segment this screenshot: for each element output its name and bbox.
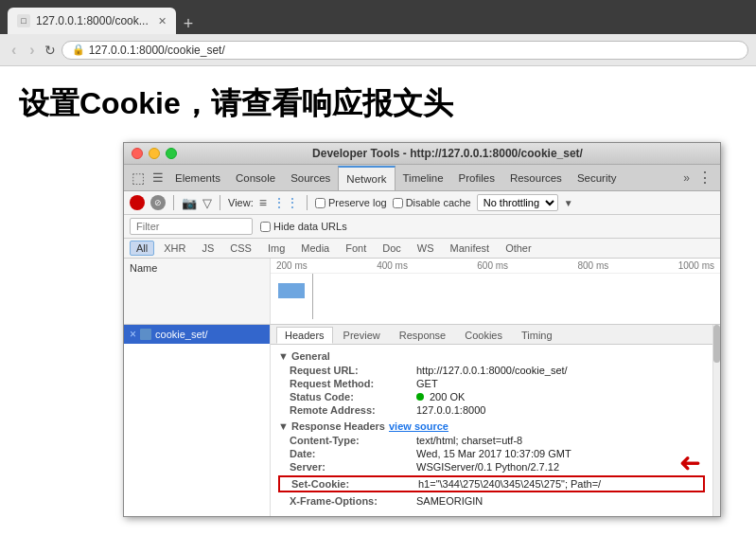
date-key: Date: <box>290 448 413 459</box>
request-url-key: Request URL: <box>290 365 413 376</box>
devtools-menu-button[interactable]: ⋮ <box>694 165 716 190</box>
server-row: Server: WSGIServer/0.1 Python/2.7.12 <box>278 460 705 474</box>
detail-tab-timing[interactable]: Timing <box>513 327 561 344</box>
server-key: Server: <box>290 461 413 473</box>
type-filter-bar: All XHR JS CSS Img Media Font Doc WS Man… <box>124 239 720 259</box>
toolbar-separator3 <box>307 195 308 210</box>
type-filter-manifest[interactable]: Manifest <box>444 241 497 256</box>
timeline-ruler: 200 ms 400 ms 600 ms 800 ms 1000 ms <box>271 259 720 274</box>
record-button[interactable] <box>130 195 145 210</box>
toolbar-separator <box>173 195 174 210</box>
inspect-icon-button[interactable]: ⬚ <box>128 165 149 190</box>
tab-profiles[interactable]: Profiles <box>451 165 502 190</box>
url-text: 127.0.0.1:8000/cookie_set/ <box>89 44 225 57</box>
view-list-button[interactable]: ≡ <box>259 195 267 210</box>
timeline-graph: 200 ms 400 ms 600 ms 800 ms 1000 ms <box>271 259 720 324</box>
devtools-body: × cookie_set/ Headers Preview Response C… <box>124 325 720 516</box>
disable-cache-label[interactable]: Disable cache <box>393 197 471 208</box>
browser-tab-active[interactable]: □ 127.0.0.1:8000/cook... ✕ <box>8 8 176 34</box>
throttle-select[interactable]: No throttling <box>477 194 558 211</box>
server-val: WSGIServer/0.1 Python/2.7.12 <box>416 461 559 473</box>
set-cookie-row: Set-Cookie: h1="\344\275\240\345\245\275… <box>278 475 705 492</box>
tab-network[interactable]: Network <box>338 166 395 190</box>
tab-resources[interactable]: Resources <box>502 165 570 190</box>
forward-button[interactable]: › <box>26 42 38 59</box>
request-url-val: http://127.0.0.1:8000/cookie_set/ <box>416 365 568 376</box>
view-source-link[interactable]: view source <box>389 420 448 432</box>
request-method-key: Request Method: <box>290 378 413 389</box>
content-type-val: text/html; charset=utf-8 <box>416 435 522 446</box>
more-tabs-button[interactable]: » <box>679 165 694 190</box>
name-panel-row[interactable]: × cookie_set/ <box>124 325 270 344</box>
timeline-area: Name 200 ms 400 ms 600 ms 800 ms 1000 ms <box>124 259 720 325</box>
type-filter-css[interactable]: CSS <box>223 241 258 256</box>
hide-data-urls-checkbox[interactable] <box>260 222 271 232</box>
preserve-log-label[interactable]: Preserve log <box>315 197 387 208</box>
type-filter-js[interactable]: JS <box>195 241 220 256</box>
browser-chrome: □ 127.0.0.1:8000/cook... ✕ + <box>0 0 756 34</box>
detail-tab-cookies[interactable]: Cookies <box>456 327 511 344</box>
status-dot <box>416 393 424 401</box>
detail-tab-response[interactable]: Response <box>391 327 455 344</box>
request-method-row: Request Method: GET <box>278 377 705 390</box>
page-title: 设置Cookie，请查看响应报文头 <box>19 83 737 125</box>
timeline-track <box>271 274 720 319</box>
status-code-row: Status Code: 200 OK <box>278 390 705 403</box>
scrollbar-thumb[interactable] <box>713 325 720 363</box>
close-button[interactable] <box>132 148 143 159</box>
remote-address-row: Remote Address: 127.0.0.1:8000 <box>278 403 705 417</box>
timeline-vline <box>312 274 313 319</box>
camera-button[interactable]: 📷 <box>182 196 197 210</box>
detail-tabbar: Headers Preview Response Cookies Timing <box>271 325 712 345</box>
view-label: View: <box>228 197 254 208</box>
type-filter-ws[interactable]: WS <box>411 241 441 256</box>
close-icon[interactable]: ✕ <box>158 15 167 27</box>
reload-button[interactable]: ↻ <box>44 43 56 58</box>
type-filter-img[interactable]: Img <box>261 241 291 256</box>
detail-scrollbar[interactable] <box>712 325 720 516</box>
tab-console[interactable]: Console <box>228 165 283 190</box>
timeline-name-header: Name <box>124 259 271 324</box>
tab-elements[interactable]: Elements <box>167 165 228 190</box>
type-filter-font[interactable]: Font <box>339 241 373 256</box>
address-bar: ‹ › ↻ 🔒 127.0.0.1:8000/cookie_set/ <box>0 34 756 66</box>
hide-data-urls-label[interactable]: Hide data URLs <box>260 221 347 232</box>
tab-timeline[interactable]: Timeline <box>396 165 451 190</box>
type-filter-doc[interactable]: Doc <box>376 241 408 256</box>
disable-cache-checkbox[interactable] <box>393 198 403 208</box>
xframe-val: SAMEORIGIN <box>416 495 483 507</box>
request-url-row: Request URL: http://127.0.0.1:8000/cooki… <box>278 364 705 377</box>
stop-button[interactable]: ⊘ <box>150 195 166 210</box>
date-val: Wed, 15 Mar 2017 10:37:09 GMT <box>416 448 571 459</box>
set-cookie-val: h1="\344\275\240\345\245\275"; Path=/ <box>418 478 601 490</box>
devtools-window: Developer Tools - http://127.0.0.1:8000/… <box>123 142 721 517</box>
tab-title: 127.0.0.1:8000/cook... <box>36 14 149 27</box>
new-tab-button[interactable]: + <box>176 14 202 34</box>
preserve-log-checkbox[interactable] <box>315 198 325 208</box>
view-scatter-button[interactable]: ⋮⋮ <box>273 195 299 210</box>
tab-security[interactable]: Security <box>570 165 624 190</box>
url-lock-icon: 🔒 <box>72 44 85 56</box>
status-code-val: 200 OK <box>430 391 465 402</box>
detail-tab-headers[interactable]: Headers <box>276 327 333 344</box>
maximize-button[interactable] <box>166 148 177 159</box>
detail-tab-preview[interactable]: Preview <box>335 327 389 344</box>
status-code-key: Status Code: <box>290 391 413 402</box>
general-section-title: ▼ General <box>278 350 705 362</box>
tab-sources[interactable]: Sources <box>283 165 338 190</box>
type-filter-other[interactable]: Other <box>499 241 538 256</box>
type-filter-media[interactable]: Media <box>294 241 336 256</box>
toolbar-separator2 <box>220 195 220 210</box>
url-box[interactable]: 🔒 127.0.0.1:8000/cookie_set/ <box>62 41 748 60</box>
file-name: cookie_set/ <box>155 329 208 340</box>
filter-input[interactable] <box>130 218 253 235</box>
tab-favicon: □ <box>17 14 30 27</box>
content-type-key: Content-Type: <box>290 435 413 446</box>
filter-button[interactable]: ▽ <box>202 196 212 210</box>
file-icon <box>140 329 151 340</box>
console-icon-button[interactable]: ☰ <box>149 165 167 190</box>
back-button[interactable]: ‹ <box>8 42 20 59</box>
minimize-button[interactable] <box>149 148 160 159</box>
type-filter-xhr[interactable]: XHR <box>157 241 192 256</box>
type-filter-all[interactable]: All <box>130 241 154 256</box>
